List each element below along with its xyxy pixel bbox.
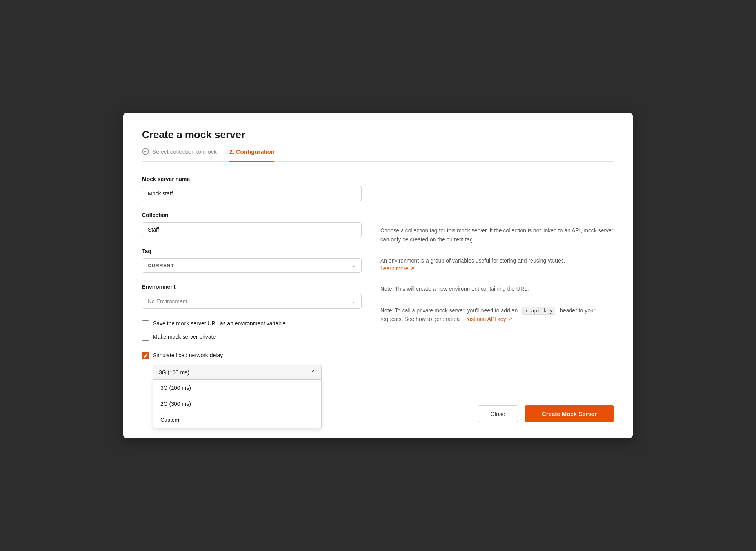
environment-select[interactable]: No Environment ⌄	[142, 294, 362, 309]
delay-option-2g[interactable]: 2G (300 ms)	[153, 396, 321, 412]
learn-more-link[interactable]: Learn more ↗	[380, 265, 414, 272]
mock-server-name-group: Mock server name	[142, 176, 362, 201]
create-mock-server-button[interactable]: Create Mock Server	[525, 405, 614, 422]
step-1: Select collection to mock	[142, 148, 217, 162]
env-help-block: An environment is a group of variables u…	[380, 256, 614, 272]
url-checkbox-label[interactable]: Save the mock server URL as an environme…	[153, 320, 286, 328]
private-note-text: Note: To call a private mock server, you…	[380, 306, 614, 324]
env-help-text: An environment is a group of variables u…	[380, 256, 614, 265]
url-note-block: Note: This will create a new environment…	[380, 285, 614, 293]
delay-dropdown-wrapper: 3G (100 ms) ⌃ 3G (100 ms) 2G (300 ms) Cu…	[153, 365, 362, 380]
private-checkbox[interactable]	[142, 334, 149, 341]
steps-bar: Select collection to mock 2. Configurati…	[142, 148, 614, 162]
tag-label: Tag	[142, 248, 362, 254]
delay-option-custom[interactable]: Custom	[153, 412, 321, 428]
delay-select[interactable]: 3G (100 ms) ⌃	[153, 365, 322, 380]
collection-input[interactable]	[142, 222, 362, 237]
environment-select-wrapper: No Environment ⌄	[142, 294, 362, 309]
dialog-title: Create a mock server	[142, 129, 614, 141]
environment-select-value: No Environment	[148, 298, 187, 305]
environment-label: Environment	[142, 284, 362, 290]
postman-api-key-link[interactable]: Postman API key ↗	[464, 315, 512, 323]
delay-dropdown-menu: 3G (100 ms) 2G (300 ms) Custom	[153, 380, 322, 428]
collection-label: Collection	[142, 212, 362, 218]
private-note-block: Note: To call a private mock server, you…	[380, 306, 614, 324]
delay-chevron-up-icon: ⌃	[311, 369, 316, 376]
mock-server-name-label: Mock server name	[142, 176, 362, 182]
step-2: 2. Configuration	[229, 148, 274, 162]
step-1-label: Select collection to mock	[152, 148, 217, 155]
tag-select[interactable]: CURRENT ⌄	[142, 258, 362, 273]
svg-point-0	[142, 148, 149, 155]
delay-checkbox[interactable]	[142, 352, 149, 359]
delay-section: Simulate fixed network delay 3G (100 ms)…	[142, 352, 362, 380]
url-checkbox[interactable]	[142, 320, 149, 327]
tag-select-wrapper: CURRENT ⌄	[142, 258, 362, 273]
mock-server-name-input[interactable]	[142, 186, 362, 201]
api-key-code: x-api-key	[522, 307, 555, 315]
delay-option-3g[interactable]: 3G (100 ms)	[153, 380, 321, 396]
tag-select-value: CURRENT	[148, 263, 174, 268]
environment-group: Environment No Environment ⌄	[142, 284, 362, 309]
close-button[interactable]: Close	[478, 405, 518, 422]
tag-chevron-icon: ⌄	[352, 263, 356, 268]
environment-chevron-icon: ⌄	[352, 299, 356, 304]
create-mock-server-dialog: Create a mock server Select collection t…	[123, 113, 633, 438]
private-checkbox-group: Make mock server private	[142, 333, 362, 341]
step-1-check-icon	[142, 148, 149, 155]
help-column: Choose a collection tag for this mock se…	[380, 176, 614, 380]
delay-select-value: 3G (100 ms)	[159, 369, 189, 376]
private-checkbox-label[interactable]: Make mock server private	[153, 333, 216, 341]
tag-group: Tag CURRENT ⌄	[142, 248, 362, 273]
tag-help-text: Choose a collection tag for this mock se…	[380, 226, 614, 244]
delay-checkbox-group: Simulate fixed network delay	[142, 352, 362, 359]
checkboxes-group: Save the mock server URL as an environme…	[142, 320, 362, 341]
private-note-prefix: Note: To call a private mock server, you…	[380, 307, 518, 314]
url-checkbox-group: Save the mock server URL as an environme…	[142, 320, 362, 328]
content-grid: Mock server name Collection Tag CURRENT …	[142, 176, 614, 380]
step-2-label: 2. Configuration	[229, 148, 274, 155]
delay-checkbox-label[interactable]: Simulate fixed network delay	[153, 352, 223, 359]
url-note-text: Note: This will create a new environment…	[380, 285, 614, 293]
collection-group: Collection	[142, 212, 362, 237]
tag-help-block: Choose a collection tag for this mock se…	[380, 226, 614, 244]
form-column: Mock server name Collection Tag CURRENT …	[142, 176, 362, 380]
